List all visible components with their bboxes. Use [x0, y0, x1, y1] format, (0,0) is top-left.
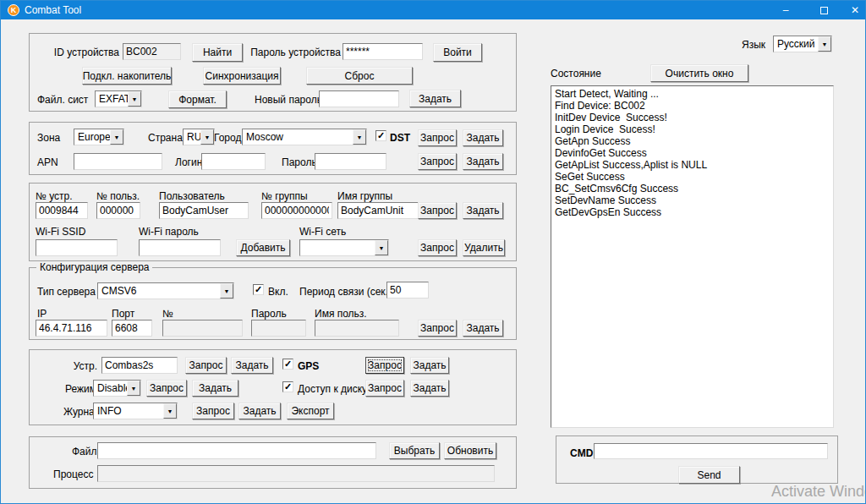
apn-input[interactable] — [74, 153, 162, 170]
maximize-button[interactable] — [805, 1, 843, 19]
sync-button[interactable]: Синхронизация — [203, 67, 281, 85]
wifi-delete-button[interactable]: Удалить — [463, 239, 505, 256]
server-type-select[interactable]: CMSV6 ▼ — [97, 282, 234, 299]
dropdown-arrow-icon[interactable]: ▼ — [353, 129, 366, 145]
mode-query-button[interactable]: Запрос — [146, 380, 187, 397]
device-name-query-button[interactable]: Запрос — [185, 357, 227, 374]
filesystem-label: Файл. сист — [37, 94, 88, 106]
zone-set-button[interactable]: Задать — [463, 129, 503, 146]
disk-query-button[interactable]: Запрос — [365, 380, 404, 397]
zone-query-button[interactable]: Запрос — [418, 129, 457, 146]
dev-no-input[interactable] — [36, 202, 88, 219]
disk-access-checkbox[interactable]: ✓ — [282, 381, 293, 392]
set-password-button[interactable]: Задать — [409, 90, 461, 107]
cmd-input[interactable] — [594, 443, 828, 459]
user-no-input[interactable] — [96, 202, 140, 219]
server-set-button[interactable]: Задать — [463, 320, 503, 337]
group-no-input[interactable] — [261, 202, 332, 219]
export-button[interactable]: Экспорт — [287, 403, 334, 419]
choose-file-button[interactable]: Выбрать — [389, 442, 440, 459]
log-line: DevinfoGet Success — [555, 147, 830, 159]
dropdown-arrow-icon[interactable]: ▼ — [110, 129, 123, 145]
user-set-button[interactable]: Задать — [463, 202, 503, 219]
maximize-icon — [820, 7, 828, 14]
disk-access-label: Доступ к диску — [298, 383, 367, 395]
device-id-input[interactable] — [123, 43, 181, 60]
mode-set-button[interactable]: Задать — [192, 380, 238, 397]
apn-query-button[interactable]: Запрос — [418, 153, 457, 170]
wifi-net-select[interactable]: ▼ — [299, 239, 389, 256]
log-line: SeGet Success — [555, 171, 830, 183]
apn-login-input[interactable] — [201, 153, 266, 170]
filesystem-select[interactable]: EXFAT ▼ — [95, 90, 142, 107]
file-input[interactable] — [97, 442, 376, 459]
ip-label: IP — [37, 308, 47, 320]
language-select[interactable]: Русский ▼ — [773, 36, 832, 52]
titlebar: K Combat Tool – ✕ — [1, 1, 865, 19]
status-log[interactable]: Start Detect, Waiting ...Find Device: BC… — [551, 85, 834, 428]
dropdown-arrow-icon[interactable]: ▼ — [220, 283, 233, 299]
dropdown-arrow-icon[interactable]: ▼ — [818, 36, 831, 52]
wifi-ssid-input[interactable] — [36, 239, 118, 256]
user-name-input[interactable] — [159, 202, 249, 219]
misc-group: Устр. Запрос Задать ✓ GPS Запрос Задать … — [29, 349, 517, 425]
minimize-button[interactable]: – — [766, 1, 805, 19]
update-button[interactable]: Обновить — [444, 442, 496, 459]
reset-button[interactable]: Сброс — [306, 67, 413, 85]
gps-checkbox[interactable]: ✓ — [282, 359, 293, 370]
dropdown-arrow-icon[interactable]: ▼ — [163, 403, 177, 419]
user-query-button[interactable]: Запрос — [418, 202, 457, 219]
gps-set-button[interactable]: Задать — [410, 357, 449, 374]
server-config-title: Конфигурация сервера — [36, 261, 152, 273]
server-query-button[interactable]: Запрос — [418, 320, 457, 337]
city-select[interactable]: Moscow ▼ — [242, 129, 367, 145]
new-password-input[interactable] — [319, 90, 399, 107]
device-password-input[interactable] — [343, 43, 423, 60]
server-no-label: № — [162, 308, 173, 320]
send-button[interactable]: Send — [678, 466, 740, 484]
clear-window-button[interactable]: Очистить окно — [650, 64, 748, 82]
group-name-input[interactable] — [337, 202, 427, 219]
device-name-set-button[interactable]: Задать — [231, 357, 273, 374]
city-label: Город — [214, 132, 241, 144]
mount-storage-button[interactable]: Подкл. накопитель — [82, 67, 172, 85]
dropdown-arrow-icon[interactable]: ▼ — [128, 91, 141, 107]
dst-checkbox[interactable]: ✓ — [375, 130, 386, 141]
wifi-query-button[interactable]: Запрос — [418, 239, 457, 256]
server-no-input — [162, 320, 243, 337]
period-label: Период связи (сек.) — [299, 286, 392, 298]
wifi-net-label: Wi-Fi сеть — [299, 226, 346, 238]
mode-select[interactable]: Disable ▼ — [93, 380, 141, 397]
apn-set-button[interactable]: Задать — [463, 153, 503, 170]
country-value: RU — [187, 131, 201, 143]
login-button[interactable]: Войти — [433, 43, 482, 62]
period-input[interactable] — [386, 282, 429, 299]
port-input[interactable] — [112, 320, 152, 337]
wifi-add-button[interactable]: Добавить — [236, 239, 290, 256]
journal-select[interactable]: INFO ▼ — [93, 403, 178, 419]
dst-label: DST — [390, 132, 410, 144]
country-select[interactable]: RU ▼ — [183, 129, 215, 145]
find-button[interactable]: Найти — [192, 43, 243, 62]
format-button[interactable]: Формат. — [168, 90, 227, 108]
wifi-password-input[interactable] — [139, 239, 221, 256]
log-line: Find Device: BC002 — [555, 100, 830, 112]
country-label: Страна — [148, 132, 183, 144]
device-name-input[interactable] — [101, 357, 178, 374]
app-icon: K — [8, 4, 19, 16]
journal-set-button[interactable]: Задать — [238, 403, 281, 419]
journal-value: INFO — [97, 405, 122, 417]
apn-password-input[interactable] — [315, 153, 386, 170]
journal-query-button[interactable]: Запрос — [192, 403, 234, 419]
ip-input[interactable] — [36, 320, 107, 337]
dropdown-arrow-icon[interactable]: ▼ — [127, 381, 140, 396]
gps-query-button[interactable]: Запрос — [365, 357, 404, 374]
server-enabled-checkbox[interactable]: ✓ — [253, 284, 264, 295]
zone-select[interactable]: Europe ▼ — [74, 129, 124, 145]
server-username-input — [315, 320, 399, 337]
dropdown-arrow-icon[interactable]: ▼ — [200, 129, 214, 145]
dropdown-arrow-icon[interactable]: ▼ — [375, 240, 388, 255]
close-button[interactable]: ✕ — [843, 1, 866, 19]
disk-set-button[interactable]: Задать — [410, 380, 449, 397]
server-enabled-label: Вкл. — [268, 286, 288, 298]
